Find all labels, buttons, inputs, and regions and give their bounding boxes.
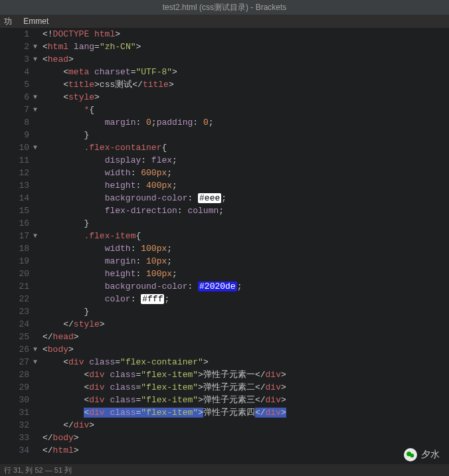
menu-item[interactable]: 功 [4, 17, 12, 26]
wechat-icon [404, 448, 417, 461]
code-area[interactable]: <!DOCTYPE html><html lang="zh-CN"><head>… [33, 28, 449, 464]
menu-bar: 功 Emmet [0, 15, 449, 28]
watermark-label: 夕水 [421, 449, 440, 461]
window-titlebar: test2.html (css测试目录) - Brackets [0, 0, 449, 15]
svg-point-1 [410, 453, 414, 457]
menu-item[interactable]: Emmet [23, 17, 48, 26]
line-number-gutter: 12▼3▼456▼7▼8910▼11121314151617▼181920212… [0, 28, 33, 464]
watermark: 夕水 [404, 448, 440, 461]
code-editor[interactable]: 12▼3▼456▼7▼8910▼11121314151617▼181920212… [0, 28, 449, 464]
status-bar: 行 31, 列 52 — 51 列 [0, 464, 449, 476]
